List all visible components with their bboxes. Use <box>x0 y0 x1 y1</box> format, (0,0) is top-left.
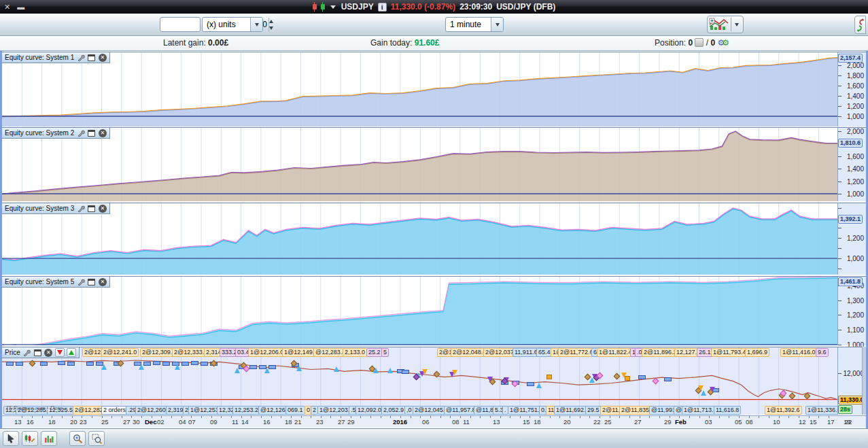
wrench-icon[interactable] <box>76 277 85 286</box>
price-panel[interactable]: 2@12,22@12,241.02@12,309.22@12,333.62,31… <box>2 347 866 415</box>
axis-tick <box>838 238 841 239</box>
date-tick <box>450 416 451 418</box>
order-label-chip: 2,052.9 <box>381 406 406 415</box>
date-label: 13 <box>493 418 500 426</box>
value-axis[interactable]: 1,2001,0001,392.1 <box>837 203 866 275</box>
equity-panel-system-3[interactable]: 1,2001,0001,392.1 Equity curve: System 3… <box>2 203 866 275</box>
order-label-chip: 1@12,206.0 <box>248 348 285 357</box>
detach-window-icon[interactable] <box>33 348 42 357</box>
close-icon[interactable]: ✕ <box>98 204 107 213</box>
price-scrollbar[interactable] <box>862 347 866 415</box>
date-tick <box>510 416 510 418</box>
histogram-tool-icon[interactable] <box>41 431 57 446</box>
window-minimize-button[interactable]: ▬ <box>17 3 24 11</box>
position-marker <box>664 377 672 381</box>
detach-window-icon[interactable] <box>87 204 96 213</box>
chevron-down-icon[interactable] <box>250 18 262 31</box>
market-label: USD/JPY (DFB) <box>496 2 555 12</box>
price-chart[interactable]: 2@12,22@12,241.02@12,309.22@12,333.62,31… <box>2 347 837 415</box>
automation-gears-icon[interactable]: ⚙⚙ <box>717 38 729 48</box>
panel-header: Price ✕ <box>2 347 80 358</box>
chart-type-button[interactable] <box>707 16 744 33</box>
value-axis[interactable]: 1,4001,3001,2001,1001,0001,461.8 <box>837 277 866 345</box>
watermark: IT-Finance.com - Data ... <box>6 404 69 411</box>
unit-select[interactable]: (x) units <box>202 17 263 32</box>
axis-tick <box>838 169 841 169</box>
equity-chart-system-3[interactable] <box>2 203 837 275</box>
quantity-stepper[interactable] <box>160 17 201 32</box>
timeframe-select[interactable]: 1 minute <box>445 17 504 32</box>
axis-tick <box>838 208 841 209</box>
window-close-button[interactable]: ✕ <box>4 3 10 12</box>
wrench-icon[interactable] <box>76 128 85 137</box>
axis-tick <box>838 228 841 228</box>
pointer-tool-icon[interactable] <box>3 431 19 446</box>
wrench-icon[interactable] <box>76 204 85 213</box>
axis-tick <box>838 330 841 330</box>
current-value-badge: 2,157.4 <box>838 54 863 63</box>
chevron-down-icon[interactable] <box>491 18 503 31</box>
date-label: 23 <box>316 418 324 426</box>
sell-arrow-button[interactable] <box>55 348 65 357</box>
order-label-chip: 11,616.8 <box>714 406 741 415</box>
buy-arrow-button[interactable] <box>67 348 76 357</box>
close-icon[interactable]: ✕ <box>98 277 107 286</box>
date-tick <box>619 416 620 418</box>
symbol-dropdown-icon[interactable] <box>330 5 336 9</box>
equity-panel-system-1[interactable]: 2,0001,8001,6001,4001,2001,0002,157.4 Eq… <box>2 52 866 126</box>
date-label: 2016 <box>393 418 407 426</box>
date-label: 15 <box>810 418 817 426</box>
close-icon[interactable]: ✕ <box>44 348 53 357</box>
date-tick <box>649 416 650 418</box>
panel-title: Equity curve: System 3 <box>5 205 74 212</box>
zoom-area-tool-icon[interactable] <box>88 431 105 446</box>
position-value-2: 0 <box>710 38 715 48</box>
value-axis[interactable]: 2,0001,8001,6001,4001,2001,0002,157.4 <box>837 52 866 126</box>
date-tick <box>141 416 142 418</box>
detach-window-icon[interactable] <box>87 128 96 137</box>
close-icon[interactable]: ✕ <box>98 53 107 62</box>
date-tick <box>221 416 222 418</box>
buy-arrow-marker <box>701 390 706 396</box>
date-tick <box>171 416 172 418</box>
date-label: 20 <box>563 418 571 426</box>
refresh-icon[interactable] <box>854 16 866 34</box>
info-icon[interactable]: i <box>378 3 387 12</box>
equity-chart-system-1[interactable] <box>2 52 837 126</box>
order-label-chip: 11,911.6 <box>513 348 540 357</box>
equity-panel-system-5[interactable]: 1,4001,3001,2001,1001,0001,461.8 Equity … <box>2 276 866 345</box>
current-value-badge: 1,461.8 <box>838 277 863 286</box>
date-label: 12 <box>799 418 806 426</box>
panel-title: Equity curve: System 5 <box>5 278 74 286</box>
position-marker <box>86 362 94 366</box>
flatten-position-icon[interactable] <box>695 38 704 47</box>
date-axis[interactable]: 1316182023252730Dec020407091114161821232… <box>2 415 866 428</box>
quantity-down-button[interactable] <box>269 24 273 31</box>
detach-window-icon[interactable] <box>87 53 96 62</box>
wrench-icon[interactable] <box>22 348 31 357</box>
equity-chart-system-2[interactable] <box>2 128 837 201</box>
axis-tick-label: 1,600 <box>847 82 864 90</box>
date-label: 07 <box>188 418 196 426</box>
position-label: Position: <box>655 38 686 48</box>
detach-window-icon[interactable] <box>87 277 96 286</box>
countdown-badge: 28s <box>838 405 852 414</box>
order-label-chip: 2@12,241.0 <box>101 348 139 357</box>
chart-area: 2,0001,8001,6001,4001,2001,0002,157.4 Eq… <box>0 51 868 428</box>
date-label: 14 <box>241 418 249 426</box>
date-label: 27 <box>634 418 642 426</box>
date-label: 02 <box>157 418 164 426</box>
date-tick <box>480 416 481 418</box>
equity-chart-system-5[interactable] <box>2 277 837 345</box>
chevron-down-icon[interactable] <box>731 18 742 31</box>
date-tick <box>530 416 530 418</box>
close-icon[interactable]: ✕ <box>98 128 107 137</box>
zoom-in-tool-icon[interactable] <box>69 431 86 446</box>
gain-today-label: Gain today: <box>370 38 412 48</box>
wrench-icon[interactable] <box>76 53 85 62</box>
equity-panel-system-2[interactable]: 2,0001,6001,4001,2001,0001,810.6 Equity … <box>2 127 866 201</box>
candlestick-tool-icon[interactable] <box>22 431 38 446</box>
value-axis[interactable]: 2,0001,6001,4001,2001,0001,810.6 <box>837 128 866 201</box>
quantity-up-button[interactable] <box>269 18 273 24</box>
symbol-label: USDJPY <box>341 2 374 12</box>
